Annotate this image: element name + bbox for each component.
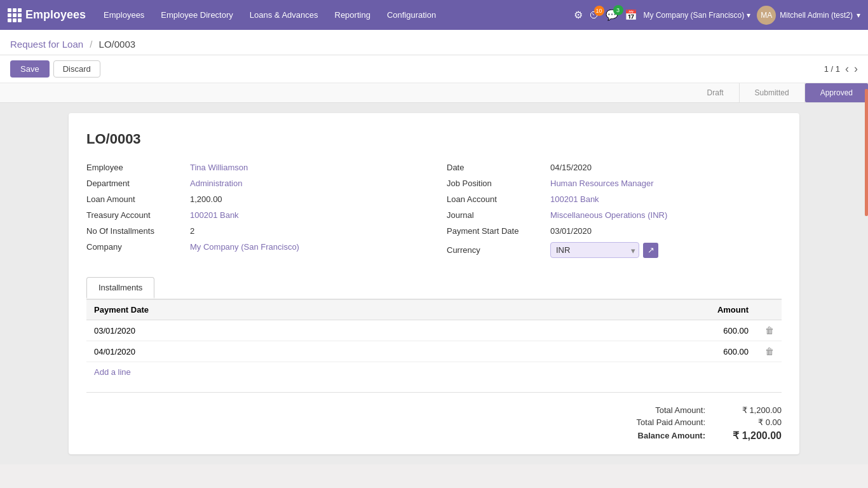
department-row: Department Administration bbox=[86, 179, 421, 188]
action-bar: Save Discard 1 / 1 ‹ › bbox=[0, 55, 868, 83]
topbar-icons: ⚙ ⏲ 10 💬 3 📅 My Company (San Francisco) … bbox=[574, 6, 860, 25]
loan-amount-row: Loan Amount 1,200.00 bbox=[86, 194, 421, 204]
messages-icon-btn[interactable]: 💬 3 bbox=[606, 9, 618, 21]
app-grid-icon[interactable] bbox=[8, 8, 22, 22]
main-menu: Employees Employee Directory Loans & Adv… bbox=[96, 6, 570, 24]
loan-amount-label: Loan Amount bbox=[86, 194, 185, 204]
activity-badge: 10 bbox=[594, 6, 604, 16]
currency-select-wrap: INR USD EUR GBP bbox=[550, 242, 639, 258]
col-amount: Amount bbox=[489, 300, 756, 320]
total-amount-row: Total Amount: ₹ 1,200.00 bbox=[604, 405, 782, 415]
department-label: Department bbox=[86, 179, 185, 188]
job-position-value[interactable]: Human Resources Manager bbox=[550, 179, 654, 188]
activity-icon-btn[interactable]: ⏲ 10 bbox=[589, 10, 599, 21]
company-name: My Company (San Francisco) bbox=[644, 11, 745, 20]
employee-label: Employee bbox=[86, 163, 185, 172]
balance-value: ₹ 1,200.00 bbox=[718, 430, 782, 442]
company-dropdown-icon: ▾ bbox=[747, 11, 750, 20]
currency-label: Currency bbox=[447, 245, 545, 255]
calendar-icon-btn[interactable]: 📅 bbox=[625, 9, 637, 21]
form-right-col: Date 04/15/2020 Job Position Human Resou… bbox=[447, 163, 782, 264]
company-value[interactable]: My Company (San Francisco) bbox=[190, 242, 299, 252]
app-title: Employees bbox=[25, 8, 86, 22]
form-grid: Employee Tina Williamson Department Admi… bbox=[86, 163, 782, 264]
nav-employee-directory[interactable]: Employee Directory bbox=[153, 6, 240, 24]
employee-value[interactable]: Tina Williamson bbox=[190, 163, 248, 172]
nav-configuration[interactable]: Configuration bbox=[379, 6, 444, 24]
user-dropdown-icon: ▾ bbox=[857, 11, 860, 20]
loan-account-label: Loan Account bbox=[447, 194, 545, 204]
no-installments-label: No Of Installments bbox=[86, 226, 185, 236]
breadcrumb-current: LO/0003 bbox=[99, 39, 136, 50]
loan-account-row: Loan Account 100201 Bank bbox=[447, 194, 782, 204]
pagination-count: 1 / 1 bbox=[824, 64, 840, 74]
user-name: Mitchell Admin (test2) bbox=[780, 11, 853, 20]
no-installments-row: No Of Installments 2 bbox=[86, 226, 421, 236]
delete-row-btn[interactable]: 🗑 bbox=[765, 346, 774, 356]
total-paid-label: Total Paid Amount: bbox=[604, 417, 705, 427]
table-row: 03/01/2020 600.00 🗑 bbox=[86, 320, 782, 341]
total-paid-value: ₹ 0.00 bbox=[718, 417, 782, 427]
form-card: LO/0003 Employee Tina Williamson Departm… bbox=[69, 113, 799, 454]
breadcrumb: Request for Loan / LO/0003 bbox=[10, 39, 135, 50]
total-amount-label: Total Amount: bbox=[604, 405, 705, 415]
record-title: LO/0003 bbox=[86, 131, 782, 147]
installments-table: Payment Date Amount 03/01/2020 600.00 🗑 … bbox=[86, 300, 782, 362]
status-bar: Draft Submitted Approved bbox=[0, 83, 868, 103]
status-submitted[interactable]: Submitted bbox=[740, 83, 805, 102]
tabs-section: Installments Payment Date Amount 03/01/2… bbox=[86, 277, 782, 382]
total-paid-row: Total Paid Amount: ₹ 0.00 bbox=[604, 417, 782, 427]
journal-value[interactable]: Miscellaneous Operations (INR) bbox=[550, 210, 667, 220]
date-value: 04/15/2020 bbox=[550, 163, 592, 172]
main-content: LO/0003 Employee Tina Williamson Departm… bbox=[0, 103, 868, 464]
save-button[interactable]: Save bbox=[10, 60, 50, 78]
breadcrumb-parent[interactable]: Request for Loan bbox=[10, 39, 83, 50]
company-selector[interactable]: My Company (San Francisco) ▾ bbox=[644, 11, 751, 20]
currency-external-link-btn[interactable]: ↗ bbox=[643, 243, 658, 258]
currency-controls: INR USD EUR GBP ↗ bbox=[550, 242, 658, 258]
tab-installments[interactable]: Installments bbox=[86, 277, 154, 299]
no-installments-value: 2 bbox=[190, 226, 194, 236]
department-value[interactable]: Administration bbox=[190, 179, 242, 188]
delete-row-btn[interactable]: 🗑 bbox=[765, 325, 774, 336]
cell-payment-date: 04/01/2020 bbox=[86, 341, 489, 362]
status-approved[interactable]: Approved bbox=[805, 83, 868, 102]
nav-reporting[interactable]: Reporting bbox=[327, 6, 378, 24]
nav-employees[interactable]: Employees bbox=[96, 6, 152, 24]
page-header: Request for Loan / LO/0003 bbox=[0, 30, 868, 55]
company-label: Company bbox=[86, 242, 185, 252]
pagination: 1 / 1 ‹ › bbox=[824, 62, 858, 76]
job-position-row: Job Position Human Resources Manager bbox=[447, 179, 782, 188]
messages-badge: 3 bbox=[613, 5, 623, 15]
nav-loans-advances[interactable]: Loans & Advances bbox=[242, 6, 326, 24]
balance-row: Balance Amount: ₹ 1,200.00 bbox=[604, 430, 782, 442]
totals-section: Total Amount: ₹ 1,200.00 Total Paid Amou… bbox=[86, 405, 782, 442]
right-accent-bar bbox=[865, 89, 868, 216]
pagination-prev[interactable]: ‹ bbox=[845, 62, 849, 76]
status-draft[interactable]: Draft bbox=[692, 83, 740, 102]
company-row: Company My Company (San Francisco) bbox=[86, 242, 421, 252]
loan-account-value[interactable]: 100201 Bank bbox=[550, 194, 599, 204]
pagination-next[interactable]: › bbox=[854, 62, 858, 76]
total-amount-value: ₹ 1,200.00 bbox=[718, 405, 782, 415]
settings-icon-btn[interactable]: ⚙ bbox=[574, 9, 583, 21]
cell-amount: 600.00 bbox=[489, 320, 756, 341]
employee-row: Employee Tina Williamson bbox=[86, 163, 421, 172]
user-menu[interactable]: MA Mitchell Admin (test2) ▾ bbox=[757, 6, 860, 25]
balance-label: Balance Amount: bbox=[604, 431, 705, 440]
currency-select[interactable]: INR USD EUR GBP bbox=[550, 242, 639, 258]
cell-amount: 600.00 bbox=[489, 341, 756, 362]
journal-row: Journal Miscellaneous Operations (INR) bbox=[447, 210, 782, 220]
date-label: Date bbox=[447, 163, 545, 172]
add-line-link[interactable]: Add a line bbox=[86, 362, 139, 382]
journal-label: Journal bbox=[447, 210, 545, 220]
currency-row: Currency INR USD EUR GBP ↗ bbox=[447, 242, 782, 258]
table-row: 04/01/2020 600.00 🗑 bbox=[86, 341, 782, 362]
action-buttons: Save Discard bbox=[10, 60, 100, 78]
col-payment-date: Payment Date bbox=[86, 300, 489, 320]
payment-start-date-label: Payment Start Date bbox=[447, 226, 545, 236]
treasury-account-value[interactable]: 100201 Bank bbox=[190, 210, 239, 220]
breadcrumb-separator: / bbox=[90, 39, 92, 50]
discard-button[interactable]: Discard bbox=[53, 60, 100, 78]
tab-header: Installments bbox=[86, 277, 782, 300]
